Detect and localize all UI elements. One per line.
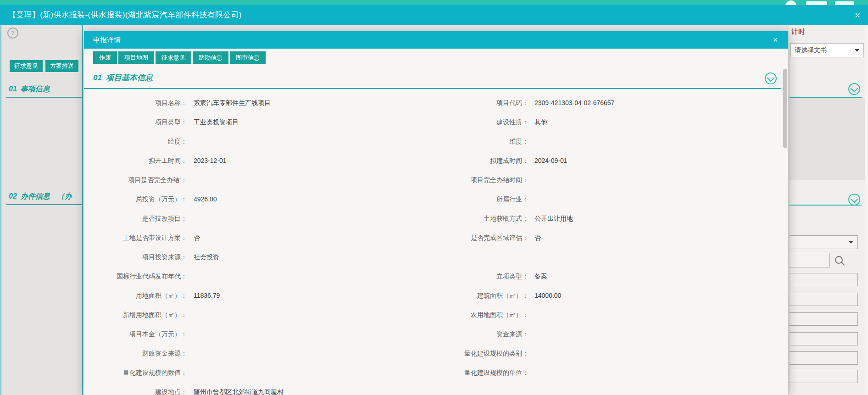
section-number: 01 [93, 73, 102, 82]
section-title: 事项信息 [21, 85, 50, 93]
section-collapse-chevron-icon[interactable] [765, 72, 777, 84]
form-row: 建设地点：随州市曾都区北郊街道九间屋村 [84, 382, 781, 395]
text-input[interactable] [790, 293, 858, 306]
form-row: 项目本金（万元）：资金来源： [84, 324, 781, 344]
section-header-items: 01事项信息 [9, 84, 50, 94]
caret-down-icon [855, 49, 859, 52]
field-value: 社会投资 [194, 247, 219, 267]
field-value: 紫宸汽车零部件生产线项目 [194, 93, 271, 112]
field-label: 农用地面积（㎡）： [391, 305, 529, 324]
field-value: 2023-12-01 [194, 151, 227, 170]
left-button-0[interactable]: 征求意见 [10, 60, 43, 72]
field-label: 量化建设规模的数值： [84, 363, 187, 382]
field-label: 项目是否完全办结'： [84, 170, 187, 189]
section-divider [6, 97, 82, 98]
user-greeting-clipped [835, 1, 854, 5]
background-select[interactable] [790, 235, 858, 249]
field-label: 新增用地面积（㎡）： [84, 305, 187, 324]
field-label: 国标行业代码发布年代： [84, 267, 187, 286]
field-value: 随州市曾都区北郊街道九间屋村 [194, 382, 284, 395]
section-divider [6, 204, 82, 205]
help-icon[interactable]: ? [7, 28, 18, 39]
section-header-cases: 02办件信息 （办 [9, 192, 72, 201]
document-select[interactable]: 请选择文书 [790, 43, 864, 57]
section-body-panel [790, 98, 865, 180]
modal-header: 申报详情 × [84, 31, 788, 49]
timer-label: 计时 [791, 28, 805, 36]
text-input[interactable] [790, 312, 858, 326]
form-row: 项目名称：紫宸汽车零部件生产线项目项目代码：2309-421303-04-02-… [84, 93, 781, 112]
window-close-icon[interactable]: × [851, 9, 863, 21]
section-title: 办件信息 （办 [21, 192, 72, 200]
modal-tab-bar: 作废项目地图征求意见踏勘信息图审信息 [93, 51, 266, 64]
field-label: 项目名称： [84, 93, 187, 112]
user-name-clipped [806, 1, 827, 5]
field-value: 否 [534, 228, 541, 247]
form-row: 项目投资来源：社会投资 [84, 247, 781, 267]
field-label: 项目完全办结时间： [391, 170, 529, 189]
field-label: 项目类型： [84, 112, 187, 132]
field-value: 4926.00 [194, 189, 217, 209]
text-input[interactable] [790, 332, 858, 345]
field-label: 项目代码： [391, 93, 529, 112]
document-select-value: 请选择文书 [795, 46, 827, 54]
field-label: 建设地点： [84, 382, 187, 395]
form-row: 总投资（万元）：4926.00所属行业： [84, 189, 781, 209]
field-value: 其他 [534, 112, 547, 132]
modal-scrollbar-thumb[interactable] [783, 69, 787, 148]
modal-tab-4[interactable]: 图审信息 [230, 51, 266, 64]
field-label: 是否完成区域评估： [391, 228, 529, 247]
page-scroll-gutter [865, 25, 868, 395]
field-value: 公开出让用地 [534, 209, 573, 228]
form-row: 是否技改项目：土地获取方式：公开出让用地 [84, 209, 781, 228]
field-label: 项目投资来源： [84, 247, 187, 267]
field-label: 建筑面积（㎡）： [391, 286, 529, 305]
field-label: 经度： [84, 132, 187, 151]
form-rows: 项目名称：紫宸汽车零部件生产线项目项目代码：2309-421303-04-02-… [84, 93, 781, 395]
modal-tab-2[interactable]: 征求意见 [156, 51, 191, 64]
field-label: 量化建设规模的单位： [391, 363, 529, 382]
app-screen: 【受理】(新)供水报装-(供水报装)(湖北紫宸汽车部件科技有限公司) × ? 征… [0, 0, 868, 395]
text-input[interactable] [790, 370, 858, 383]
field-label: 建设性质： [391, 112, 529, 132]
field-label: 项目本金（万元）： [84, 324, 187, 344]
modal-section-header: 01项目基本信息 [93, 72, 153, 83]
window-title-bar: 【受理】(新)供水报装-(供水报装)(湖北紫宸汽车部件科技有限公司) × [0, 5, 868, 25]
form-row: 财政资金来源：量化建设规模的类别： [84, 344, 781, 363]
modal-tab-1[interactable]: 项目地图 [118, 51, 154, 64]
field-value: 否 [194, 228, 200, 247]
field-label: 是否技改项目： [84, 209, 187, 228]
field-value: 14000.00 [534, 286, 561, 305]
section-divider [84, 88, 781, 89]
left-button-1[interactable]: 方案推送 [45, 60, 78, 72]
form-row: 项目是否完全办结'：项目完全办结时间： [84, 170, 781, 189]
modal-tab-0[interactable]: 作废 [93, 51, 117, 64]
modal-tab-3[interactable]: 踏勘信息 [193, 51, 228, 64]
text-input[interactable] [790, 351, 858, 365]
right-panel: 计时 请选择文书 [790, 25, 865, 395]
field-value: 2309-421303-04-02-676657 [534, 93, 614, 112]
form-row: 经度：维度： [84, 132, 781, 151]
search-input[interactable] [790, 253, 830, 267]
text-input[interactable] [790, 273, 858, 286]
field-value: 工业类投资项目 [194, 112, 239, 132]
form-row: 新增用地面积（㎡）：农用地面积（㎡）： [84, 305, 781, 324]
field-label: 土地获取方式： [391, 209, 529, 228]
user-avatar[interactable] [785, 0, 796, 5]
collapse-chevron-icon[interactable] [848, 194, 860, 206]
caret-down-icon [849, 241, 853, 244]
form-row: 用地面积（㎡）：11836.79建筑面积（㎡）：14000.00 [84, 286, 781, 305]
field-label: 财政资金来源： [84, 344, 187, 363]
section-divider [790, 97, 862, 98]
collapse-chevron-icon[interactable] [848, 83, 860, 95]
section-number: 02 [9, 192, 17, 200]
form-row: 拟开工时间：2023-12-01拟建成时间：2024-09-01 [84, 151, 781, 170]
field-label: 拟建成时间： [391, 151, 529, 170]
field-label: 维度： [391, 132, 529, 151]
field-label: 拟开工时间： [84, 151, 187, 170]
form-row: 国标行业代码发布年代：立项类型：备案 [84, 267, 781, 286]
search-icon[interactable] [834, 255, 845, 266]
form-row: 量化建设规模的数值：量化建设规模的单位： [84, 363, 781, 382]
form-row: 项目类型：工业类投资项目建设性质：其他 [84, 112, 781, 132]
modal-close-icon[interactable]: × [770, 34, 781, 45]
